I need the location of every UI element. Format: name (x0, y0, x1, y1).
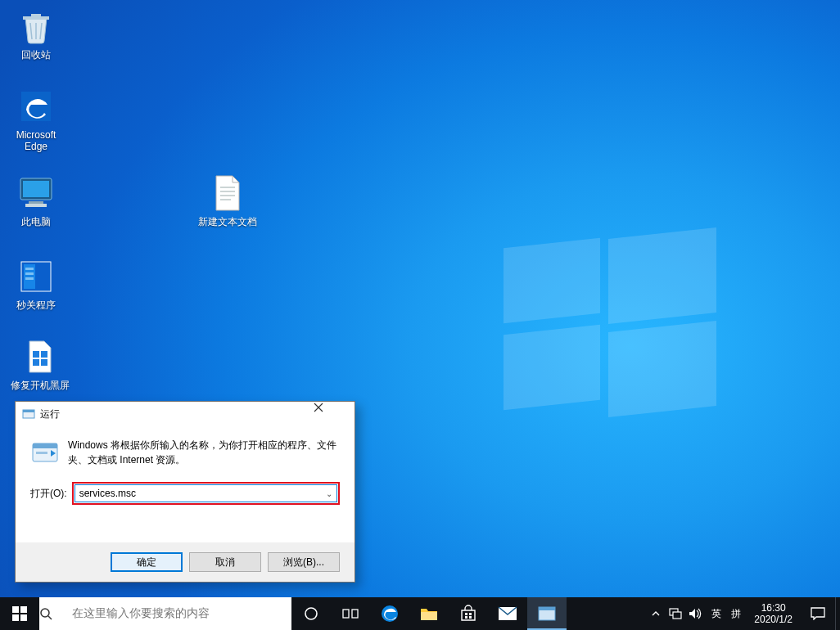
highlight-border: ⌄ (72, 482, 340, 505)
svg-rect-19 (23, 410, 34, 412)
text-file-icon (208, 173, 247, 213)
svg-rect-12 (25, 272, 34, 275)
run-title-icon (22, 407, 35, 421)
start-button[interactable] (0, 597, 39, 630)
open-label: 打开(O): (30, 487, 67, 501)
volume-icon (689, 608, 702, 619)
svg-rect-11 (25, 268, 34, 270)
ime-mode[interactable]: 拼 (726, 597, 746, 630)
windows-logo-icon (12, 606, 27, 621)
taskbar-app-explorer[interactable] (409, 597, 449, 630)
svg-point-29 (305, 608, 317, 619)
browse-button[interactable]: 浏览(B)... (268, 552, 340, 572)
run-dialog: 运行 Windows 将根据你所输入的名称，为你打开相应的程序、文件夹、文档或 … (15, 401, 355, 583)
icon-label: 修复开机黑屏 (5, 380, 75, 391)
network-icon (669, 608, 682, 619)
svg-rect-4 (25, 204, 47, 207)
desktop[interactable]: 回收站 Microsoft Edge 此电脑 新建文本文档 秒关程序 修复开机黑… (0, 0, 840, 630)
desktop-icon-edge[interactable]: Microsoft Edge (5, 87, 67, 152)
action-center-button[interactable] (801, 597, 835, 630)
svg-rect-26 (20, 614, 27, 621)
svg-rect-35 (469, 613, 472, 615)
desktop-icon-fix-blackscreen[interactable]: 修复开机黑屏 (5, 337, 75, 391)
run-window-icon (538, 606, 556, 621)
windows-wallpaper-logo (504, 233, 716, 413)
app-icon (20, 337, 60, 376)
svg-point-32 (382, 605, 398, 622)
svg-rect-22 (36, 452, 47, 454)
desktop-icon-this-pc[interactable]: 此电脑 (5, 173, 67, 227)
notification-icon (811, 607, 825, 620)
run-description: Windows 将根据你所输入的名称，为你打开相应的程序、文件夹、文档或 Int… (68, 438, 340, 467)
clock-time: 16:30 (754, 602, 793, 614)
svg-rect-37 (469, 616, 472, 619)
clock-date: 2020/1/2 (754, 614, 793, 625)
cortana-icon (304, 606, 318, 621)
svg-rect-14 (33, 351, 39, 358)
desktop-icon-seconds-off[interactable]: 秒关程序 (5, 257, 67, 311)
open-combobox[interactable]: ⌄ (75, 484, 337, 502)
edge-icon (16, 87, 56, 126)
svg-rect-2 (23, 181, 49, 197)
svg-rect-30 (343, 610, 349, 618)
icon-label: 此电脑 (5, 216, 67, 227)
svg-rect-21 (33, 443, 57, 448)
close-icon (314, 403, 323, 412)
run-title-text: 运行 (40, 407, 314, 421)
svg-line-28 (48, 616, 52, 619)
svg-point-27 (41, 609, 49, 617)
svg-rect-13 (25, 277, 34, 280)
taskbar-app-mail[interactable] (488, 597, 527, 630)
tray-chevron-up[interactable] (646, 597, 666, 630)
store-icon (459, 605, 477, 623)
folder-icon (420, 605, 438, 622)
svg-rect-15 (41, 351, 47, 358)
tray-volume[interactable] (685, 597, 705, 630)
svg-rect-42 (673, 612, 681, 619)
cortana-button[interactable] (291, 597, 331, 630)
svg-rect-34 (465, 613, 467, 615)
taskbar-app-store[interactable] (449, 597, 488, 630)
run-titlebar[interactable]: 运行 (16, 402, 355, 426)
chevron-up-icon (651, 609, 661, 619)
taskbar-search[interactable]: 在这里输入你要搜索的内容 (39, 597, 291, 630)
svg-rect-0 (21, 92, 51, 121)
svg-rect-24 (20, 606, 27, 613)
task-view-icon (342, 607, 359, 620)
recycle-bin-icon (16, 7, 56, 46)
cancel-button[interactable]: 取消 (189, 552, 261, 572)
close-button[interactable] (314, 403, 350, 425)
computer-icon (16, 173, 56, 213)
run-body-icon (30, 438, 60, 467)
task-view-button[interactable] (331, 597, 370, 630)
svg-rect-25 (12, 614, 19, 621)
svg-rect-23 (12, 606, 19, 613)
app-icon (16, 257, 56, 296)
svg-rect-16 (33, 359, 39, 366)
icon-label: 新建文本文档 (190, 216, 265, 227)
svg-rect-33 (421, 612, 437, 620)
svg-rect-3 (29, 201, 43, 204)
icon-label: Microsoft Edge (5, 129, 67, 152)
ok-button[interactable]: 确定 (111, 552, 183, 572)
tray-network[interactable] (666, 597, 685, 630)
taskbar-app-edge[interactable] (370, 597, 409, 630)
edge-icon (380, 604, 400, 623)
show-desktop-button[interactable] (835, 597, 840, 630)
svg-rect-31 (352, 610, 358, 618)
icon-label: 回收站 (5, 49, 67, 61)
chevron-down-icon[interactable]: ⌄ (322, 489, 336, 498)
svg-rect-36 (465, 616, 467, 619)
taskbar-clock[interactable]: 16:30 2020/1/2 (746, 597, 801, 630)
open-input[interactable] (75, 485, 322, 502)
svg-rect-40 (539, 607, 555, 610)
search-placeholder: 在这里输入你要搜索的内容 (72, 606, 210, 621)
taskbar: 在这里输入你要搜索的内容 (0, 597, 840, 630)
taskbar-app-run[interactable] (527, 597, 567, 630)
desktop-icon-text-document[interactable]: 新建文本文档 (190, 173, 265, 227)
icon-label: 秒关程序 (5, 299, 67, 311)
ime-language[interactable]: 英 (707, 597, 726, 630)
system-tray (646, 597, 707, 630)
desktop-icon-recycle-bin[interactable]: 回收站 (5, 7, 67, 61)
mail-icon (498, 606, 517, 621)
